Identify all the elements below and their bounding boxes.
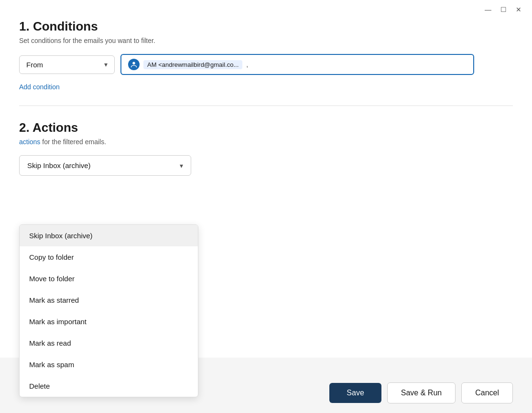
from-label: From xyxy=(26,61,43,69)
dropdown-item-delete[interactable]: Delete xyxy=(20,375,198,397)
conditions-section: 1. Conditions Set conditions for the ema… xyxy=(19,19,513,91)
close-button[interactable]: ✕ xyxy=(515,6,522,13)
email-tag: AM <andrewmailbird@gmail.co... xyxy=(143,60,242,69)
email-input-box[interactable]: AM <andrewmailbird@gmail.co... , xyxy=(120,54,474,75)
maximize-button[interactable]: ☐ xyxy=(499,6,507,13)
dropdown-item-mark-read[interactable]: Mark as read xyxy=(20,332,198,354)
add-condition-button[interactable]: Add condition xyxy=(19,83,60,91)
from-dropdown[interactable]: From ▾ xyxy=(19,55,115,74)
dropdown-item-mark-important[interactable]: Mark as important xyxy=(20,311,198,332)
section-divider xyxy=(19,106,513,106)
actions-dropdown-menu: Skip Inbox (archive) Copy to folder Move… xyxy=(19,224,198,397)
dropdown-item-copy-to-folder[interactable]: Copy to folder xyxy=(20,246,198,268)
main-content: 1. Conditions Set conditions for the ema… xyxy=(0,0,532,185)
from-chevron-icon: ▾ xyxy=(104,61,108,68)
avatar xyxy=(128,59,140,70)
window-controls: — ☐ ✕ xyxy=(484,6,522,13)
action-dropdown[interactable]: Skip Inbox (archive) ▾ xyxy=(19,155,191,176)
save-button[interactable]: Save xyxy=(329,383,381,403)
conditions-title: 1. Conditions xyxy=(19,19,513,34)
dropdown-item-skip-inbox[interactable]: Skip Inbox (archive) xyxy=(20,225,198,246)
conditions-row: From ▾ AM <andrewmailbird@gmail.co... , xyxy=(19,54,513,75)
dropdown-item-mark-starred[interactable]: Mark as starred xyxy=(20,289,198,311)
actions-subtitle: actions for the filtered emails. xyxy=(19,138,513,146)
actions-title: 2. Actions xyxy=(19,120,513,135)
action-dropdown-label: Skip Inbox (archive) xyxy=(27,161,91,169)
minimize-button[interactable]: — xyxy=(484,6,492,13)
save-run-button[interactable]: Save & Run xyxy=(387,382,456,403)
dropdown-item-move-to-folder[interactable]: Move to folder xyxy=(20,268,198,289)
dropdown-item-mark-spam[interactable]: Mark as spam xyxy=(20,354,198,375)
email-comma: , xyxy=(246,61,248,68)
conditions-subtitle: Set conditions for the emails you want t… xyxy=(19,37,513,44)
cancel-button[interactable]: Cancel xyxy=(461,382,513,403)
actions-section: 2. Actions actions for the filtered emai… xyxy=(19,120,513,176)
action-chevron-icon: ▾ xyxy=(180,162,183,169)
